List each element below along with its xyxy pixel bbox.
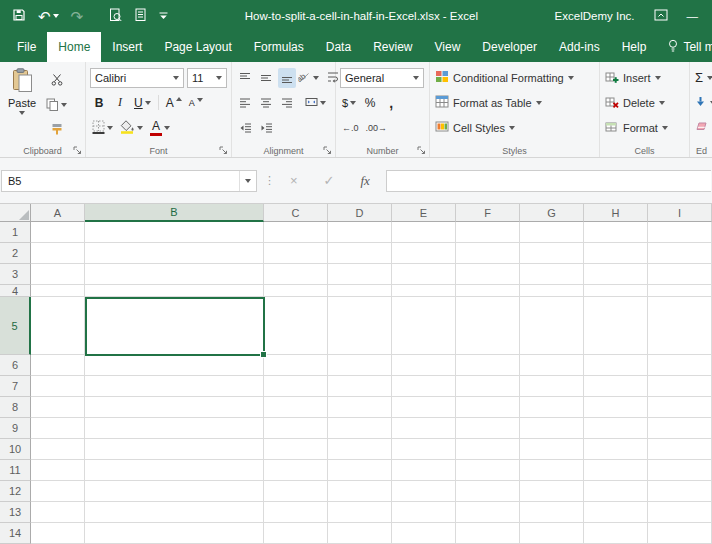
cell-I7[interactable] bbox=[648, 376, 712, 397]
autosum-button[interactable]: Σ bbox=[692, 65, 712, 90]
cell-A8[interactable] bbox=[31, 397, 85, 418]
cell-H7[interactable] bbox=[584, 376, 648, 397]
name-box-caret[interactable] bbox=[240, 179, 256, 183]
cell-H11[interactable] bbox=[584, 460, 648, 481]
row-header-9[interactable]: 9 bbox=[0, 418, 31, 439]
cell-B11[interactable] bbox=[85, 460, 264, 481]
cell-A13[interactable] bbox=[31, 502, 85, 523]
cell-B9[interactable] bbox=[85, 418, 264, 439]
decrease-indent-button[interactable] bbox=[236, 118, 254, 138]
cell-I10[interactable] bbox=[648, 439, 712, 460]
column-header-I[interactable]: I bbox=[648, 204, 712, 222]
cell-D5[interactable] bbox=[328, 297, 392, 355]
clear-button[interactable] bbox=[692, 115, 712, 140]
cell-F1[interactable] bbox=[456, 222, 520, 243]
cell-H1[interactable] bbox=[584, 222, 648, 243]
cell-F14[interactable] bbox=[456, 523, 520, 544]
percent-style-button[interactable]: % bbox=[361, 93, 379, 113]
cell-G1[interactable] bbox=[520, 222, 584, 243]
tab-home[interactable]: Home bbox=[47, 32, 101, 62]
decrease-font-size-button[interactable]: A bbox=[187, 93, 205, 113]
column-header-C[interactable]: C bbox=[264, 204, 328, 222]
cell-H8[interactable] bbox=[584, 397, 648, 418]
orientation-button[interactable]: ab bbox=[299, 68, 317, 88]
cell-E8[interactable] bbox=[392, 397, 456, 418]
cell-G14[interactable] bbox=[520, 523, 584, 544]
copy-button[interactable] bbox=[44, 95, 69, 115]
cell-E10[interactable] bbox=[392, 439, 456, 460]
column-header-A[interactable]: A bbox=[31, 204, 85, 222]
enter-button[interactable]: ✓ bbox=[324, 174, 335, 187]
tab-tell-me[interactable]: Tell me bbox=[657, 32, 712, 62]
cell-H10[interactable] bbox=[584, 439, 648, 460]
cell-C12[interactable] bbox=[264, 481, 328, 502]
cell-H9[interactable] bbox=[584, 418, 648, 439]
cell-A7[interactable] bbox=[31, 376, 85, 397]
cell-G12[interactable] bbox=[520, 481, 584, 502]
cell-F11[interactable] bbox=[456, 460, 520, 481]
cell-F13[interactable] bbox=[456, 502, 520, 523]
cell-C2[interactable] bbox=[264, 243, 328, 264]
cell-A5[interactable] bbox=[31, 297, 85, 355]
fill-handle[interactable] bbox=[260, 351, 267, 358]
cell-D14[interactable] bbox=[328, 523, 392, 544]
cell-A1[interactable] bbox=[31, 222, 85, 243]
cell-H13[interactable] bbox=[584, 502, 648, 523]
row-header-12[interactable]: 12 bbox=[0, 481, 31, 502]
tab-help[interactable]: Help bbox=[611, 32, 658, 62]
cell-G10[interactable] bbox=[520, 439, 584, 460]
accounting-format-button[interactable]: $ bbox=[340, 93, 358, 113]
cell-C6[interactable] bbox=[264, 355, 328, 376]
cell-B8[interactable] bbox=[85, 397, 264, 418]
cell-C14[interactable] bbox=[264, 523, 328, 544]
cell-E6[interactable] bbox=[392, 355, 456, 376]
cell-E11[interactable] bbox=[392, 460, 456, 481]
cell-I5[interactable] bbox=[648, 297, 712, 355]
undo-button[interactable]: ↶ bbox=[38, 9, 59, 24]
cell-D3[interactable] bbox=[328, 264, 392, 285]
fill-color-button[interactable] bbox=[118, 118, 145, 138]
cell-I9[interactable] bbox=[648, 418, 712, 439]
cell-D8[interactable] bbox=[328, 397, 392, 418]
cell-D6[interactable] bbox=[328, 355, 392, 376]
cell-I8[interactable] bbox=[648, 397, 712, 418]
cell-E12[interactable] bbox=[392, 481, 456, 502]
cell-E9[interactable] bbox=[392, 418, 456, 439]
tab-data[interactable]: Data bbox=[315, 32, 362, 62]
top-align-button[interactable] bbox=[236, 68, 254, 88]
cell-B2[interactable] bbox=[85, 243, 264, 264]
account-name[interactable]: ExcelDemy Inc. bbox=[555, 10, 635, 22]
column-header-G[interactable]: G bbox=[520, 204, 584, 222]
align-center-button[interactable] bbox=[257, 93, 275, 113]
cell-B7[interactable] bbox=[85, 376, 264, 397]
cell-E2[interactable] bbox=[392, 243, 456, 264]
save-button[interactable] bbox=[12, 8, 26, 24]
cell-E5[interactable] bbox=[392, 297, 456, 355]
row-header-11[interactable]: 11 bbox=[0, 460, 31, 481]
cell-E3[interactable] bbox=[392, 264, 456, 285]
cell-E14[interactable] bbox=[392, 523, 456, 544]
cell-E1[interactable] bbox=[392, 222, 456, 243]
cell-C11[interactable] bbox=[264, 460, 328, 481]
font-name-combo[interactable]: Calibri bbox=[90, 68, 184, 88]
tab-add-ins[interactable]: Add-ins bbox=[548, 32, 611, 62]
align-left-button[interactable] bbox=[236, 93, 254, 113]
selection-box[interactable] bbox=[85, 297, 265, 356]
cell-F4[interactable] bbox=[456, 285, 520, 297]
row-header-2[interactable]: 2 bbox=[0, 243, 31, 264]
cell-D10[interactable] bbox=[328, 439, 392, 460]
cell-G9[interactable] bbox=[520, 418, 584, 439]
cell-A6[interactable] bbox=[31, 355, 85, 376]
column-header-H[interactable]: H bbox=[584, 204, 648, 222]
cell-I13[interactable] bbox=[648, 502, 712, 523]
cell-G7[interactable] bbox=[520, 376, 584, 397]
cell-D1[interactable] bbox=[328, 222, 392, 243]
cell-E13[interactable] bbox=[392, 502, 456, 523]
cell-B13[interactable] bbox=[85, 502, 264, 523]
format-as-table-button[interactable]: Format as Table bbox=[432, 90, 597, 115]
middle-align-button[interactable] bbox=[257, 68, 275, 88]
clipboard-dialog-launcher[interactable] bbox=[73, 146, 82, 155]
tab-view[interactable]: View bbox=[424, 32, 472, 62]
cell-A3[interactable] bbox=[31, 264, 85, 285]
bold-button[interactable]: B bbox=[90, 93, 108, 113]
